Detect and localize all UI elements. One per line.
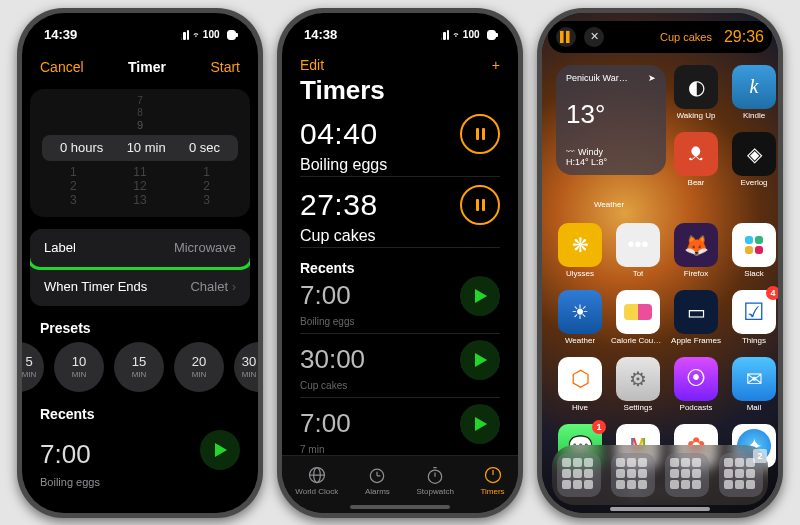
close-icon: ✕ [590,30,599,43]
recent-timer-3[interactable]: 7:00 [282,404,518,444]
app-icon: ⦿ [674,357,718,401]
preset-10min[interactable]: 10MIN [54,342,104,392]
app-firefox[interactable]: 🦊Firefox [672,223,720,278]
play-button[interactable] [200,430,240,470]
island-close-button[interactable]: ✕ [584,27,604,47]
recents-header: Recents [282,254,518,276]
presets-header: Presets [22,306,258,342]
active-timer-1[interactable]: 04:40 [282,112,518,154]
alarm-icon [367,465,387,485]
preset-20min[interactable]: 20MIN [174,342,224,392]
picker-selected-row: 0 hours 10 min 0 sec [42,135,238,161]
widget-temp: 13° [566,99,656,130]
widget-range: H:14° L:8° [566,157,656,167]
phone-timers-list: 14:38 100 Edit + Timers 04:40 Boiling eg… [277,8,523,518]
app-icon [616,290,660,334]
timer-icon [483,465,503,485]
presets-scroller[interactable]: 5MIN 10MIN 15MIN 20MIN 30MIN [22,342,258,392]
recent-time: 30:00 [300,344,365,375]
notification-badge: 2 [753,449,767,463]
app-label: Weather [565,336,595,345]
recent-timer-1[interactable]: 7:00 [282,276,518,316]
preset-15min[interactable]: 15MIN [114,342,164,392]
app-icon: ✉ [732,357,776,401]
app-weather[interactable]: ☀Weather [556,290,604,345]
preset-30min[interactable]: 30MIN [234,342,258,392]
chevron-right-icon: › [232,280,236,294]
recent-time: 7:00 [40,439,91,470]
play-button[interactable] [460,404,500,444]
add-button[interactable]: + [492,57,500,73]
recent-timer-2[interactable]: 30:00 [282,340,518,380]
tab-world-clock[interactable]: World Clock [295,465,338,496]
phone-timer-edit: 14:39 100 Cancel Timer Start 7 8 9 0 hou… [17,8,263,518]
svg-point-6 [428,470,441,483]
app-settings[interactable]: ⚙Settings [614,357,662,412]
tab-timers[interactable]: Timers [480,465,504,496]
pause-button[interactable] [460,114,500,154]
app-icon: ᴥ [674,132,718,176]
timer-settings: Label Microwave When Timer Ends Chalet› [30,229,250,306]
app-icon: k [732,65,776,109]
app-hive[interactable]: ⬡Hive [556,357,604,412]
app-ulysses[interactable]: ❋Ulysses [556,223,604,278]
edit-button[interactable]: Edit [300,57,324,73]
weather-widget[interactable]: Penicuik War… ➤ 13° 〰Windy H:14° L:8° [556,65,666,175]
timer-label: Boiling eggs [282,154,518,174]
app-waking-up[interactable]: ◐Waking Up [672,65,720,120]
app-icon: ☑4 [732,290,776,334]
app-icon: ▭ [674,290,718,334]
app-tot[interactable]: •••Tot [614,223,662,278]
timer-time: 27:38 [300,188,378,222]
dock-folder-1[interactable] [557,453,601,497]
app-slack[interactable]: Slack [730,223,778,278]
recent-label: Boiling eggs [22,476,258,488]
app-apple-frames[interactable]: ▭Apple Frames [672,290,720,345]
preset-5min[interactable]: 5MIN [22,342,44,392]
app-kindle[interactable]: kKindle [730,65,778,120]
home-indicator[interactable] [610,507,710,511]
app-label: Apple Frames [671,336,721,345]
wifi-icon [193,30,199,40]
recent-row[interactable]: 7:00 [22,428,258,476]
app-label: Tot [633,269,644,278]
app-label: Things [742,336,766,345]
island-pause-button[interactable]: ▌▌ [556,27,576,47]
notification-badge: 4 [766,286,778,300]
home-indicator[interactable] [350,505,450,509]
time-picker[interactable]: 7 8 9 0 hours 10 min 0 sec 123 111213 12… [30,89,250,217]
app-label: Mail [747,403,762,412]
app-everlog[interactable]: ◈Everlog [730,132,778,187]
app-mail[interactable]: ✉Mail [730,357,778,412]
battery-text: 100 [203,29,220,40]
app-calorie-counter[interactable]: Calorie Counter [614,290,662,345]
dock-folder-3[interactable] [665,453,709,497]
active-timer-2[interactable]: 27:38 [282,183,518,225]
app-things[interactable]: ☑4Things [730,290,778,345]
label-row[interactable]: Label Microwave [30,229,250,267]
app-bear[interactable]: ᴥBear [672,132,720,187]
dynamic-island [98,23,182,49]
play-button[interactable] [460,276,500,316]
stopwatch-icon [425,465,445,485]
dynamic-island-expanded[interactable]: ▌▌ ✕ Cup cakes 29:36 [548,21,772,53]
start-button[interactable]: Start [210,59,240,75]
dock-folder-4[interactable]: 2 [719,453,763,497]
tab-stopwatch[interactable]: Stopwatch [416,465,453,496]
battery-text: 100 [463,29,480,40]
island-timer-time: 29:36 [724,28,764,46]
app-icon [732,223,776,267]
app-label: Ulysses [566,269,594,278]
play-button[interactable] [460,340,500,380]
app-podcasts[interactable]: ⦿Podcasts [672,357,720,412]
when-timer-ends-row[interactable]: When Timer Ends Chalet› [30,268,250,306]
status-time: 14:38 [304,27,364,42]
pause-icon [476,128,485,140]
picker-minutes: 10 min [127,140,166,155]
dock-folder-2[interactable] [611,453,655,497]
tab-alarms[interactable]: Alarms [365,465,390,496]
widget-condition: Windy [578,147,603,157]
cancel-button[interactable]: Cancel [40,59,84,75]
timer-label: Cup cakes [282,225,518,245]
pause-button[interactable] [460,185,500,225]
